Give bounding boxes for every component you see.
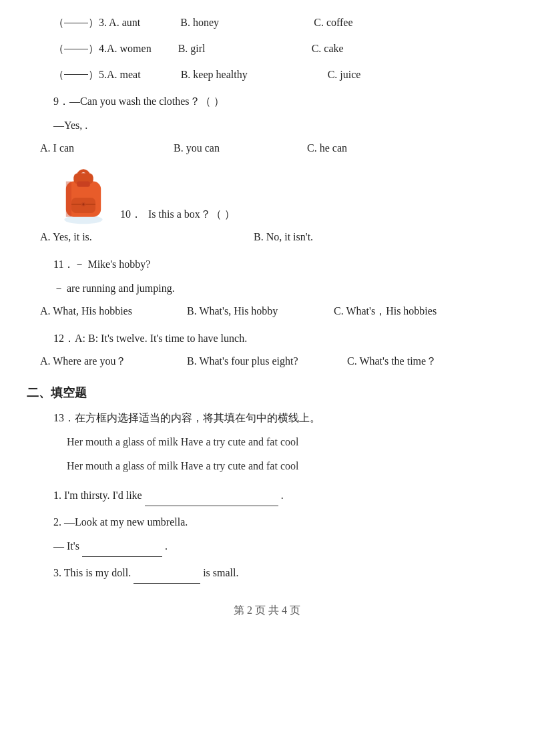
q4-blank[interactable] — [64, 49, 88, 49]
q11-line2: － are running and jumping. — [53, 282, 175, 294]
section2-title: 二、填空题 — [27, 385, 507, 401]
backpack-image — [53, 165, 113, 225]
question-5: （ ）5.A. meat B. keep healthy C. juice — [27, 65, 507, 85]
question-4: （ ）4.A. women B. girl C. cake — [27, 39, 507, 59]
q9-optC: C. he can — [307, 139, 427, 158]
q5-optionB: B. keep healthy — [181, 65, 328, 85]
question-12: 12．A: B: It's twelve. It's time to have … — [27, 328, 507, 371]
footer-text: 第 2 页 共 4 页 — [234, 604, 300, 616]
q3-optionC: C. coffee — [314, 13, 447, 33]
q3-prefix: （ — [53, 13, 64, 33]
q3-suffix: ）3. A. aunt — [88, 13, 140, 33]
q12-optC: C. What's the time？ — [347, 352, 467, 371]
fill1-end: . — [281, 490, 284, 501]
fill1-text: 1. I'm thirsty. I'd like — [53, 490, 142, 501]
q13-block: 13．在方框内选择适当的内容，将其填在句中的横线上。 Her mouth a g… — [27, 407, 507, 584]
q11-line1: 11．－ Mike's hobby? — [53, 258, 150, 270]
q10-label: 10． — [120, 204, 142, 225]
fill2-text: 2. —Look at my new umbrella. — [53, 516, 188, 528]
fill2-blank[interactable] — [82, 556, 162, 557]
fill3-blank[interactable] — [134, 583, 200, 584]
q11-optA: A. What, His hobbies — [40, 302, 174, 321]
q5-prefix: （ — [53, 65, 64, 85]
fill3-end: is small. — [203, 567, 238, 578]
question-10: 10． Is this a box？（ ） A. Yes, it is. B. … — [27, 165, 507, 247]
word-bank-2: Her mouth a glass of milk Have a try cut… — [67, 460, 298, 471]
word-bank-1: Her mouth a glass of milk Have a try cut… — [67, 436, 298, 447]
q10-text: Is this a box？（ ） — [148, 204, 235, 225]
q12-text: 12．A: B: It's twelve. It's time to have … — [53, 333, 247, 344]
fill1-blank[interactable] — [145, 506, 278, 506]
question-3: （ ）3. A. aunt B. honey C. coffee — [27, 13, 507, 33]
q3-optionB: B. honey — [180, 13, 314, 33]
q5-blank[interactable] — [64, 74, 88, 75]
svg-rect-7 — [77, 182, 90, 187]
q9-optB: B. you can — [174, 139, 294, 158]
q12-optB: B. What's four plus eight? — [187, 352, 334, 371]
q11-optB: B. What's, His hobby — [187, 302, 320, 321]
q10-optA: A. Yes, it is. — [40, 228, 240, 247]
page-footer: 第 2 页 共 4 页 — [27, 604, 507, 618]
fill2-sub: — It's — [53, 540, 79, 552]
q11-optC: C. What's，His hobbies — [334, 302, 454, 321]
q10-optB: B. No, it isn't. — [254, 228, 374, 247]
q9-optA: A. I can — [40, 139, 160, 158]
q4-prefix: （ — [53, 39, 64, 59]
question-9: 9．—Can you wash the clothes？（ ） —Yes, . … — [27, 91, 507, 158]
q13-desc: 13．在方框内选择适当的内容，将其填在句中的横线上。 — [53, 412, 320, 423]
q4-suffix: ）4.A. women — [88, 39, 152, 59]
q9-sub: —Yes, . — [53, 120, 87, 131]
svg-rect-8 — [66, 182, 71, 217]
fill3-text: 3. This is my doll. — [53, 567, 131, 578]
q9-text: 9．—Can you wash the clothes？（ ） — [53, 96, 224, 107]
q4-optionB: B. girl — [178, 39, 312, 59]
q5-suffix: ）5.A. meat — [88, 65, 141, 85]
q12-optA: A. Where are you？ — [40, 352, 174, 371]
q4-optionC: C. cake — [312, 39, 445, 59]
svg-point-6 — [82, 203, 84, 205]
question-11: 11．－ Mike's hobby? － are running and jum… — [27, 254, 507, 321]
fill2-end: . — [165, 540, 168, 552]
q5-optionC: C. juice — [328, 65, 461, 85]
q3-blank[interactable] — [64, 23, 88, 23]
